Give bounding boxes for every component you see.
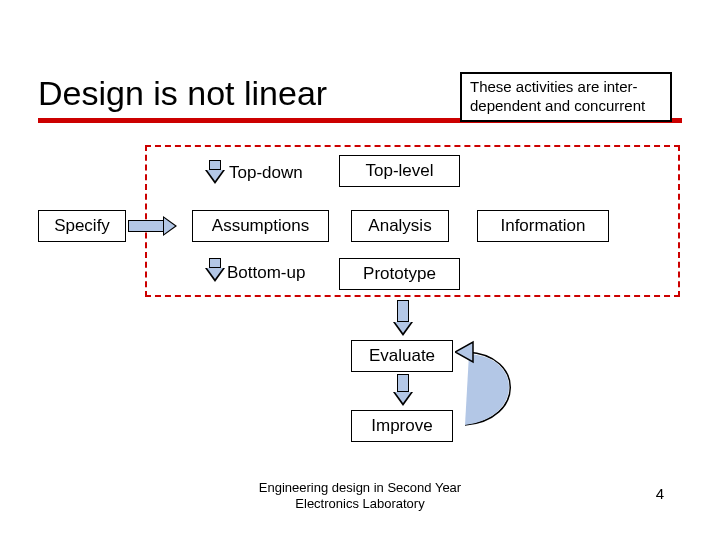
callout-box: These activities are inter-dependent and… [460,72,672,122]
slide: Design is not linear These activities ar… [0,0,720,540]
label-top-down: Top-down [229,163,303,183]
box-prototype: Prototype [339,258,460,290]
slide-title: Design is not linear [38,74,327,113]
arrow-feedback-curve [455,340,545,435]
footer-line-1: Engineering design in Second Year [259,480,461,495]
box-assumptions: Assumptions [192,210,329,242]
box-analysis: Analysis [351,210,449,242]
box-improve: Improve [351,410,453,442]
box-top-level: Top-level [339,155,460,187]
svg-marker-0 [455,342,473,362]
box-information: Information [477,210,609,242]
label-bottom-up: Bottom-up [227,263,305,283]
box-specify: Specify [38,210,126,242]
box-evaluate: Evaluate [351,340,453,372]
page-number: 4 [656,485,664,502]
footer-line-2: Electronics Laboratory [295,496,424,511]
footer: Engineering design in Second Year Electr… [0,480,720,511]
